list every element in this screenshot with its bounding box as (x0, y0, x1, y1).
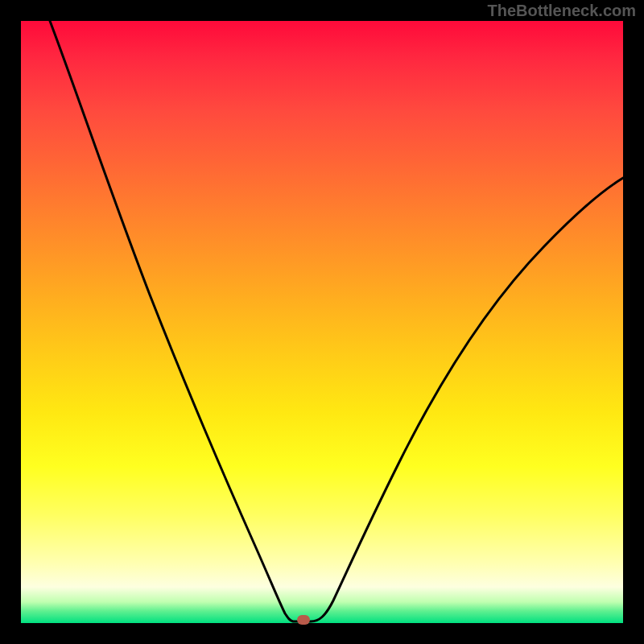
bottleneck-curve-path (50, 21, 623, 621)
chart-container: TheBottleneck.com (0, 0, 644, 644)
plot-area (21, 21, 623, 623)
curve-svg (21, 21, 623, 623)
watermark-text: TheBottleneck.com (488, 2, 636, 20)
optimal-point-marker (297, 615, 310, 625)
